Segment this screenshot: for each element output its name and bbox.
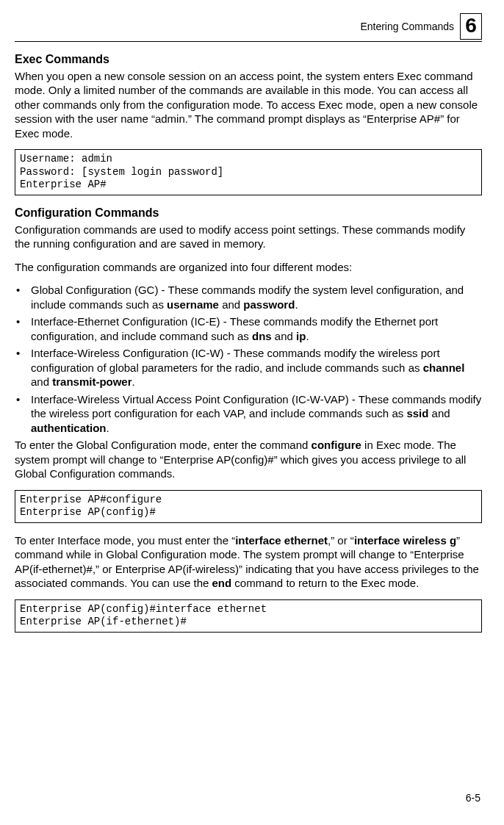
- text: .: [306, 330, 309, 342]
- list-item: Interface-Wireless Virtual Access Point …: [15, 392, 482, 436]
- text: Interface-Ethernet Configuration (IC-E) …: [31, 315, 438, 342]
- text: .: [295, 298, 298, 311]
- bold-text: channel: [423, 361, 465, 374]
- page-header: Entering Commands 6: [15, 13, 482, 40]
- bold-text: dns: [252, 330, 272, 342]
- config-modes-list: Global Configuration (GC) - These comman…: [15, 283, 482, 435]
- config-commands-p1: Configuration commands are used to modif…: [15, 223, 482, 251]
- exec-commands-paragraph: When you open a new console session on a…: [15, 69, 482, 141]
- bold-text: transmit-power: [52, 375, 132, 388]
- text: and: [428, 407, 450, 419]
- text: and: [31, 375, 52, 388]
- bold-text: password: [243, 298, 295, 311]
- list-item: Interface-Ethernet Configuration (IC-E) …: [15, 314, 482, 343]
- config-commands-p2: The configuration commands are organized…: [15, 260, 482, 275]
- config-enter-gc-paragraph: To enter the Global Configuration mode, …: [15, 438, 482, 481]
- bold-text: configure: [312, 439, 361, 451]
- bold-text: end: [212, 577, 232, 589]
- text: To enter Interface mode, you must enter …: [15, 534, 235, 547]
- bold-text: username: [167, 298, 219, 311]
- header-section-label: Entering Commands: [360, 20, 454, 33]
- header-rule: [15, 41, 482, 42]
- exec-login-codebox: Username: admin Password: [system login …: [15, 149, 482, 195]
- page-number: 6-5: [466, 791, 480, 804]
- interface-codebox: Enterprise AP(config)#interface ethernet…: [15, 599, 482, 633]
- text: .: [132, 375, 135, 388]
- bold-text: interface wireless g: [354, 534, 456, 547]
- config-interface-paragraph: To enter Interface mode, you must enter …: [15, 533, 482, 591]
- bold-text: interface ethernet: [235, 534, 328, 547]
- text: .: [107, 422, 109, 434]
- text: and: [272, 330, 296, 342]
- text: To enter the Global Configuration mode, …: [15, 439, 312, 451]
- bold-text: ip: [296, 330, 306, 342]
- list-item: Interface-Wireless Configuration (IC-W) …: [15, 346, 482, 389]
- page: Entering Commands 6 Exec Commands When y…: [0, 0, 504, 825]
- chapter-number-box: 6: [460, 13, 482, 40]
- bold-text: authentication: [31, 422, 107, 434]
- configure-codebox: Enterprise AP#configure Enterprise AP(co…: [15, 490, 482, 523]
- config-commands-heading: Configuration Commands: [15, 206, 482, 221]
- exec-commands-heading: Exec Commands: [15, 52, 482, 68]
- bold-text: ssid: [406, 407, 428, 419]
- text: Interface-Wireless Configuration (IC-W) …: [31, 347, 440, 374]
- chapter-number: 6: [465, 15, 477, 36]
- list-item: Global Configuration (GC) - These comman…: [15, 283, 482, 311]
- text: and: [219, 298, 243, 311]
- text: ,” or “: [328, 534, 354, 547]
- text: command to return to the Exec mode.: [231, 577, 419, 589]
